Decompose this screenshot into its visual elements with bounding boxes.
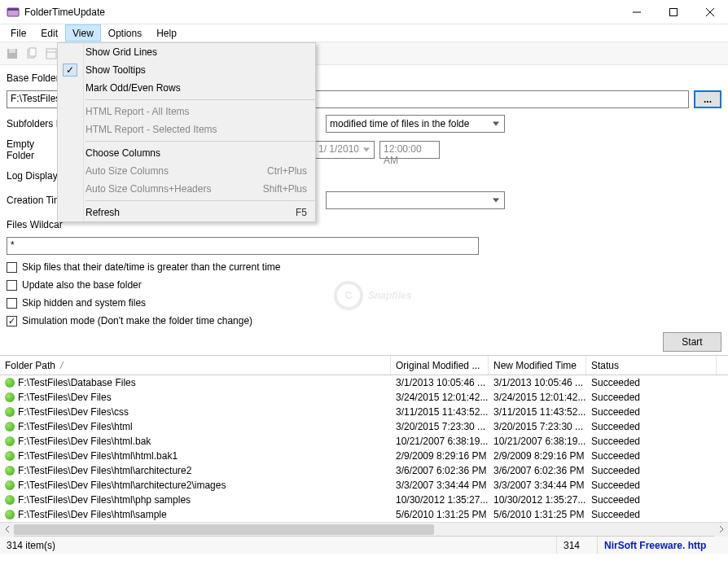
menu-mark-odd-even[interactable]: Mark Odd/Even Rows: [58, 79, 315, 97]
table-row[interactable]: F:\TestFiles\Dev Files\html\sample5/6/20…: [0, 507, 728, 522]
empty-folders-label: Empty Folder: [7, 138, 64, 161]
checkbox-update-base-label: Update also the base folder: [22, 279, 142, 291]
cell-path: F:\TestFiles\Dev Files\html\architecture…: [18, 465, 191, 476]
table-row[interactable]: F:\TestFiles\Dev Files\html\html.bak12/9…: [0, 449, 728, 463]
menu-auto-size-columns[interactable]: Auto Size ColumnsCtrl+Plus: [58, 162, 315, 180]
cell-status: Succeeded: [586, 436, 717, 447]
table-row[interactable]: F:\TestFiles\Dev Files\css3/11/2015 11:4…: [0, 405, 728, 419]
cell-status: Succeeded: [586, 392, 717, 403]
date-picker[interactable]: 1/ 1/2010: [314, 141, 375, 159]
menu-view[interactable]: View: [65, 24, 101, 42]
browse-button[interactable]: ...: [694, 90, 721, 108]
status-ok-icon: [5, 510, 15, 519]
table-row[interactable]: F:\TestFiles\Dev Files\html3/20/2015 7:2…: [0, 419, 728, 434]
menu-show-grid-lines[interactable]: Show Grid Lines: [58, 43, 315, 61]
status-ok-icon: [5, 378, 15, 388]
status-ok-icon: [5, 495, 15, 505]
col-header-new[interactable]: New Modified Time: [489, 356, 586, 375]
menu-help[interactable]: Help: [149, 24, 184, 42]
cell-status: Succeeded: [586, 450, 717, 462]
status-count: 314: [557, 537, 598, 554]
cell-path: F:\TestFiles\Dev Files\html.bak: [18, 436, 151, 447]
creation-time-label: Creation Tim: [7, 195, 64, 206]
cell-new: 3/1/2013 10:05:46 ...: [489, 377, 586, 388]
menu-show-tooltips[interactable]: ✓Show Tooltips: [58, 61, 315, 79]
svg-rect-9: [29, 48, 36, 56]
checkbox-skip-hidden-label: Skip hidden and system files: [22, 297, 146, 309]
subfolders-mode-dropdown[interactable]: modified time of files in the folde: [326, 115, 505, 133]
status-ok-icon: [5, 436, 15, 446]
copy-icon[interactable]: [24, 46, 39, 61]
maximize-button[interactable]: [655, 0, 691, 24]
checkbox-skip-future[interactable]: [7, 262, 17, 273]
cell-new: 3/20/2015 7:23:30 ...: [489, 421, 586, 432]
cell-new: 3/6/2007 6:02:36 PM: [489, 465, 586, 476]
cell-status: Succeeded: [586, 406, 717, 418]
watermark: C Snapfiles: [334, 281, 411, 310]
menu-choose-columns[interactable]: Choose Columns: [58, 144, 315, 162]
table-row[interactable]: F:\TestFiles\Dev Files\html\architecture…: [0, 478, 728, 493]
menu-refresh[interactable]: RefreshF5: [58, 204, 315, 221]
cell-path: F:\TestFiles\Dev Files\html\html.bak1: [18, 450, 178, 462]
window-title: FolderTimeUpdate: [24, 7, 618, 18]
cell-path: F:\TestFiles\Dev Files\css: [18, 406, 129, 418]
titlebar: FolderTimeUpdate: [0, 0, 728, 24]
svg-rect-10: [46, 49, 56, 59]
status-link[interactable]: NirSoft Freeware. http: [598, 537, 728, 554]
menu-html-report-all[interactable]: HTML Report - All Items: [58, 103, 315, 120]
table-row[interactable]: F:\TestFiles\Dev Files3/24/2015 12:01:42…: [0, 390, 728, 405]
cell-orig: 10/30/2012 1:35:27...: [391, 494, 489, 506]
horizontal-scrollbar[interactable]: [0, 522, 728, 536]
menu-options[interactable]: Options: [101, 24, 149, 42]
close-button[interactable]: [691, 0, 728, 24]
minimize-button[interactable]: [618, 0, 655, 24]
menubar: File Edit View Options Help: [0, 24, 728, 42]
menu-file[interactable]: File: [3, 24, 33, 42]
scroll-thumb[interactable]: [14, 524, 434, 535]
start-button[interactable]: Start: [663, 332, 721, 352]
cell-orig: 3/20/2015 7:23:30 ...: [391, 421, 489, 432]
checkbox-simulation-label: Simulation mode (Don't make the folder t…: [22, 315, 252, 326]
col-header-path[interactable]: Folder Path/: [0, 356, 391, 375]
table-row[interactable]: F:\TestFiles\Database Files3/1/2013 10:0…: [0, 375, 728, 390]
cell-path: F:\TestFiles\Dev Files\html\php samples: [18, 494, 191, 506]
time-picker[interactable]: 12:00:00 AM: [379, 141, 440, 159]
cell-orig: 5/6/2010 1:31:25 PM: [391, 509, 489, 520]
status-item-count: 314 item(s): [0, 537, 557, 554]
save-icon[interactable]: [5, 46, 20, 61]
cell-path: F:\TestFiles\Dev Files\html\sample: [18, 509, 167, 520]
status-ok-icon: [5, 466, 15, 475]
base-folder-label: Base Folder:: [7, 72, 64, 84]
cell-orig: 3/11/2015 11:43:52...: [391, 406, 489, 418]
status-ok-icon: [5, 480, 15, 490]
col-header-status[interactable]: Status: [586, 356, 717, 375]
svg-rect-7: [9, 49, 15, 53]
cell-path: F:\TestFiles\Database Files: [18, 377, 136, 388]
cell-path: F:\TestFiles\Dev Files: [18, 392, 112, 403]
checkbox-simulation[interactable]: [7, 316, 17, 326]
checkbox-skip-hidden[interactable]: [7, 298, 17, 309]
cell-new: 3/24/2015 12:01:42...: [489, 392, 586, 403]
cell-orig: 3/24/2015 12:01:42...: [391, 392, 489, 403]
cell-status: Succeeded: [586, 480, 717, 491]
scroll-left-icon[interactable]: [0, 523, 14, 537]
cell-status: Succeeded: [586, 465, 717, 476]
wildcard-input[interactable]: *: [7, 237, 479, 255]
cell-status: Succeeded: [586, 421, 717, 432]
view-dropdown-menu: Show Grid Lines ✓Show Tooltips Mark Odd/…: [57, 42, 316, 222]
status-ok-icon: [5, 407, 15, 417]
svg-rect-1: [7, 8, 19, 11]
menu-edit[interactable]: Edit: [33, 24, 65, 42]
table-row[interactable]: F:\TestFiles\Dev Files\html\architecture…: [0, 463, 728, 478]
menu-auto-size-headers[interactable]: Auto Size Columns+HeadersShift+Plus: [58, 180, 315, 198]
subfolders-label: Subfolders D: [7, 118, 64, 129]
table-row[interactable]: F:\TestFiles\Dev Files\html.bak10/21/200…: [0, 434, 728, 449]
menu-html-report-selected[interactable]: HTML Report - Selected Items: [58, 120, 315, 138]
cell-orig: 3/1/2013 10:05:46 ...: [391, 377, 489, 388]
scroll-right-icon[interactable]: [714, 523, 728, 537]
table-row[interactable]: F:\TestFiles\Dev Files\html\php samples1…: [0, 493, 728, 507]
creation-time-dropdown[interactable]: [326, 191, 505, 209]
status-ok-icon: [5, 451, 15, 461]
checkbox-update-base[interactable]: [7, 280, 17, 291]
col-header-orig[interactable]: Original Modified ...: [391, 356, 489, 375]
